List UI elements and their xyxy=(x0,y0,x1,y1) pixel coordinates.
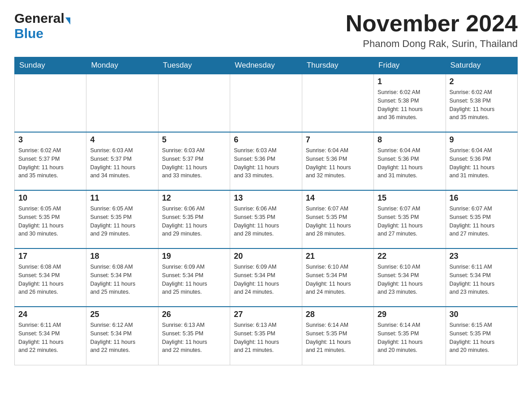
day-info: Sunrise: 6:15 AM Sunset: 5:35 PM Dayligh… xyxy=(450,321,514,355)
day-number: 7 xyxy=(306,135,370,145)
day-info: Sunrise: 6:05 AM Sunset: 5:35 PM Dayligh… xyxy=(18,205,82,238)
calendar-cell: 22Sunrise: 6:10 AM Sunset: 5:34 PM Dayli… xyxy=(374,248,446,307)
day-info: Sunrise: 6:12 AM Sunset: 5:34 PM Dayligh… xyxy=(90,321,154,355)
day-number: 3 xyxy=(18,135,82,145)
day-number: 8 xyxy=(378,135,442,145)
week-row-5: 24Sunrise: 6:11 AM Sunset: 5:34 PM Dayli… xyxy=(15,307,518,365)
calendar-cell xyxy=(158,74,230,132)
logo: General Blue xyxy=(14,11,70,41)
week-row-4: 17Sunrise: 6:08 AM Sunset: 5:34 PM Dayli… xyxy=(15,248,518,307)
calendar-cell: 24Sunrise: 6:11 AM Sunset: 5:34 PM Dayli… xyxy=(15,307,86,365)
day-info: Sunrise: 6:03 AM Sunset: 5:37 PM Dayligh… xyxy=(162,146,226,180)
day-info: Sunrise: 6:07 AM Sunset: 5:35 PM Dayligh… xyxy=(450,205,514,238)
calendar-cell: 1Sunrise: 6:02 AM Sunset: 5:38 PM Daylig… xyxy=(374,74,446,132)
calendar-cell: 16Sunrise: 6:07 AM Sunset: 5:35 PM Dayli… xyxy=(446,190,517,248)
calendar-cell: 30Sunrise: 6:15 AM Sunset: 5:35 PM Dayli… xyxy=(446,307,517,365)
calendar-header-monday: Monday xyxy=(86,57,158,74)
logo-triangle-icon xyxy=(65,17,70,25)
day-info: Sunrise: 6:03 AM Sunset: 5:36 PM Dayligh… xyxy=(234,146,298,180)
calendar-table: SundayMondayTuesdayWednesdayThursdayFrid… xyxy=(14,57,518,365)
day-number: 5 xyxy=(162,135,226,145)
calendar-header-friday: Friday xyxy=(374,57,446,74)
calendar-cell: 28Sunrise: 6:14 AM Sunset: 5:35 PM Dayli… xyxy=(302,307,373,365)
day-number: 19 xyxy=(162,252,226,261)
day-info: Sunrise: 6:04 AM Sunset: 5:36 PM Dayligh… xyxy=(450,146,514,180)
logo-blue-text: Blue xyxy=(14,26,43,41)
calendar-cell: 3Sunrise: 6:02 AM Sunset: 5:37 PM Daylig… xyxy=(15,132,86,190)
day-info: Sunrise: 6:02 AM Sunset: 5:38 PM Dayligh… xyxy=(450,88,514,122)
day-number: 11 xyxy=(90,193,154,203)
location-subtitle: Phanom Dong Rak, Surin, Thailand xyxy=(346,38,518,50)
day-info: Sunrise: 6:02 AM Sunset: 5:38 PM Dayligh… xyxy=(378,88,442,122)
calendar-cell: 18Sunrise: 6:08 AM Sunset: 5:34 PM Dayli… xyxy=(86,248,158,307)
day-info: Sunrise: 6:11 AM Sunset: 5:34 PM Dayligh… xyxy=(18,321,82,355)
day-info: Sunrise: 6:03 AM Sunset: 5:37 PM Dayligh… xyxy=(90,146,154,180)
calendar-cell: 13Sunrise: 6:06 AM Sunset: 5:35 PM Dayli… xyxy=(230,190,302,248)
day-info: Sunrise: 6:14 AM Sunset: 5:35 PM Dayligh… xyxy=(306,321,370,355)
day-info: Sunrise: 6:09 AM Sunset: 5:34 PM Dayligh… xyxy=(234,263,298,296)
calendar-cell xyxy=(15,74,86,132)
day-info: Sunrise: 6:02 AM Sunset: 5:37 PM Dayligh… xyxy=(18,146,82,180)
day-info: Sunrise: 6:04 AM Sunset: 5:36 PM Dayligh… xyxy=(378,146,442,180)
day-number: 29 xyxy=(378,310,442,319)
day-number: 21 xyxy=(306,252,370,261)
day-number: 9 xyxy=(450,135,514,145)
day-number: 24 xyxy=(18,310,82,319)
calendar-header-row: SundayMondayTuesdayWednesdayThursdayFrid… xyxy=(15,57,518,74)
calendar-cell: 29Sunrise: 6:14 AM Sunset: 5:35 PM Dayli… xyxy=(374,307,446,365)
day-number: 30 xyxy=(450,310,514,319)
day-number: 10 xyxy=(18,193,82,203)
calendar-cell: 11Sunrise: 6:05 AM Sunset: 5:35 PM Dayli… xyxy=(86,190,158,248)
calendar-cell: 15Sunrise: 6:07 AM Sunset: 5:35 PM Dayli… xyxy=(374,190,446,248)
day-number: 23 xyxy=(450,252,514,261)
day-number: 27 xyxy=(234,310,298,319)
calendar-cell: 21Sunrise: 6:10 AM Sunset: 5:34 PM Dayli… xyxy=(302,248,373,307)
day-number: 18 xyxy=(90,252,154,261)
day-number: 6 xyxy=(234,135,298,145)
calendar-cell: 7Sunrise: 6:04 AM Sunset: 5:36 PM Daylig… xyxy=(302,132,373,190)
day-number: 1 xyxy=(378,77,442,86)
day-number: 25 xyxy=(90,310,154,319)
calendar-cell: 6Sunrise: 6:03 AM Sunset: 5:36 PM Daylig… xyxy=(230,132,302,190)
calendar-cell: 25Sunrise: 6:12 AM Sunset: 5:34 PM Dayli… xyxy=(86,307,158,365)
day-info: Sunrise: 6:09 AM Sunset: 5:34 PM Dayligh… xyxy=(162,263,226,296)
calendar-cell: 9Sunrise: 6:04 AM Sunset: 5:36 PM Daylig… xyxy=(446,132,517,190)
calendar-header-wednesday: Wednesday xyxy=(230,57,302,74)
day-info: Sunrise: 6:06 AM Sunset: 5:35 PM Dayligh… xyxy=(162,205,226,238)
calendar-header-sunday: Sunday xyxy=(15,57,86,74)
calendar-cell xyxy=(302,74,373,132)
calendar-cell xyxy=(86,74,158,132)
day-number: 17 xyxy=(18,252,82,261)
day-info: Sunrise: 6:07 AM Sunset: 5:35 PM Dayligh… xyxy=(378,205,442,238)
day-info: Sunrise: 6:10 AM Sunset: 5:34 PM Dayligh… xyxy=(306,263,370,296)
day-info: Sunrise: 6:06 AM Sunset: 5:35 PM Dayligh… xyxy=(234,205,298,238)
calendar-cell: 2Sunrise: 6:02 AM Sunset: 5:38 PM Daylig… xyxy=(446,74,517,132)
week-row-1: 1Sunrise: 6:02 AM Sunset: 5:38 PM Daylig… xyxy=(15,74,518,132)
day-number: 2 xyxy=(450,77,514,86)
day-info: Sunrise: 6:05 AM Sunset: 5:35 PM Dayligh… xyxy=(90,205,154,238)
calendar-cell: 10Sunrise: 6:05 AM Sunset: 5:35 PM Dayli… xyxy=(15,190,86,248)
calendar-cell: 27Sunrise: 6:13 AM Sunset: 5:35 PM Dayli… xyxy=(230,307,302,365)
logo-general-text: General xyxy=(14,11,64,26)
day-info: Sunrise: 6:10 AM Sunset: 5:34 PM Dayligh… xyxy=(378,263,442,296)
day-info: Sunrise: 6:04 AM Sunset: 5:36 PM Dayligh… xyxy=(306,146,370,180)
day-number: 16 xyxy=(450,193,514,203)
week-row-2: 3Sunrise: 6:02 AM Sunset: 5:37 PM Daylig… xyxy=(15,132,518,190)
calendar-cell: 23Sunrise: 6:11 AM Sunset: 5:34 PM Dayli… xyxy=(446,248,517,307)
calendar-header-thursday: Thursday xyxy=(302,57,373,74)
day-info: Sunrise: 6:14 AM Sunset: 5:35 PM Dayligh… xyxy=(378,321,442,355)
day-info: Sunrise: 6:11 AM Sunset: 5:34 PM Dayligh… xyxy=(450,263,514,296)
day-number: 13 xyxy=(234,193,298,203)
day-number: 22 xyxy=(378,252,442,261)
day-number: 14 xyxy=(306,193,370,203)
calendar-cell: 14Sunrise: 6:07 AM Sunset: 5:35 PM Dayli… xyxy=(302,190,373,248)
calendar-header-tuesday: Tuesday xyxy=(158,57,230,74)
calendar-cell xyxy=(230,74,302,132)
page-header: General Blue November 2024 Phanom Dong R… xyxy=(14,11,518,50)
calendar-cell: 26Sunrise: 6:13 AM Sunset: 5:35 PM Dayli… xyxy=(158,307,230,365)
calendar-header-saturday: Saturday xyxy=(446,57,517,74)
day-info: Sunrise: 6:07 AM Sunset: 5:35 PM Dayligh… xyxy=(306,205,370,238)
calendar-cell: 4Sunrise: 6:03 AM Sunset: 5:37 PM Daylig… xyxy=(86,132,158,190)
calendar-cell: 20Sunrise: 6:09 AM Sunset: 5:34 PM Dayli… xyxy=(230,248,302,307)
day-number: 26 xyxy=(162,310,226,319)
